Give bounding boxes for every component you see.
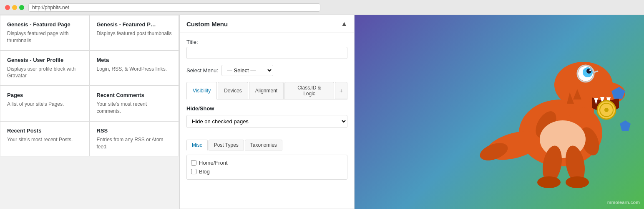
widget-title: Meta — [97, 57, 172, 63]
content-tabs: Misc Post Types Taxonomies — [186, 140, 347, 150]
widget-item-recent-comments[interactable]: Recent Comments Your site's most recent … — [90, 86, 179, 121]
widget-grid: Genesis - Featured Page Displays feature… — [0, 15, 179, 156]
browser-chrome: http://phpbits.net — [0, 0, 644, 15]
settings-body: Title: Select Menu: — Select — Visibilit… — [180, 33, 354, 186]
checkbox-item-home-front: Home/Front — [191, 158, 343, 167]
widget-item-recent-posts[interactable]: Recent Posts Your site's most recent Pos… — [0, 121, 90, 157]
widget-item-genesis-featured-page[interactable]: Genesis - Featured Page Displays feature… — [0, 15, 90, 51]
tab-plus[interactable]: + — [335, 82, 347, 99]
widget-desc: Your site's most recent comments. — [97, 101, 172, 115]
dot-close[interactable] — [5, 5, 10, 10]
hide-show-dropdown[interactable]: Hide on checked pages — [186, 115, 347, 128]
title-label: Title: — [186, 39, 347, 45]
checkbox-list: Home/Front Blog — [186, 155, 347, 180]
widget-desc: Login, RSS, & WordPress links. — [97, 66, 172, 73]
tab-alignment[interactable]: Alignment — [249, 82, 284, 99]
widget-item-meta[interactable]: Meta Login, RSS, & WordPress links. — [90, 51, 179, 86]
widget-title: Genesis - Featured P… — [97, 21, 172, 28]
content-tab-misc[interactable]: Misc — [186, 140, 208, 150]
select-menu-dropdown[interactable]: — Select — — [221, 65, 273, 76]
svg-point-9 — [589, 69, 591, 71]
widget-desc: Displays user profile block with Gravata… — [7, 66, 83, 80]
svg-point-8 — [586, 69, 591, 74]
tab-devices[interactable]: Devices — [218, 82, 248, 99]
hide-show-group: Hide/Show Hide on checked pages — [186, 105, 347, 134]
widget-title: Pages — [7, 92, 83, 98]
settings-header: Custom Menu ▲ — [180, 15, 354, 33]
title-input[interactable] — [186, 47, 347, 59]
widget-item-pages[interactable]: Pages A list of your site's Pages. — [0, 86, 90, 121]
main-container: Genesis - Featured Page Displays feature… — [0, 15, 644, 209]
widget-panel: Genesis - Featured Page Displays feature… — [0, 15, 179, 209]
widget-title: Recent Posts — [7, 127, 83, 134]
dot-maximize[interactable] — [19, 5, 24, 10]
browser-dots — [5, 5, 24, 10]
widget-desc: Displays featured post thumbnails — [97, 30, 172, 37]
svg-point-20 — [537, 176, 561, 188]
svg-marker-25 — [620, 120, 631, 131]
checkbox-label-blog: Blog — [199, 168, 210, 175]
widget-desc: A list of your site's Pages. — [7, 101, 83, 108]
browser-url-bar[interactable]: http://phpbits.net — [28, 3, 320, 12]
select-menu-label: Select Menu: — [186, 67, 218, 74]
content-tab-post-types[interactable]: Post Types — [209, 140, 244, 150]
dino-illustration — [355, 15, 644, 209]
widget-item-genesis-user-profile[interactable]: Genesis - User Profile Displays user pro… — [0, 51, 90, 86]
svg-point-14 — [604, 108, 609, 112]
tab-class-id-logic[interactable]: Class,ID & Logic — [284, 82, 334, 99]
title-field-group: Title: — [186, 39, 347, 59]
settings-panel: Custom Menu ▲ Title: Select Menu: — Sele… — [179, 15, 355, 209]
widget-title: Recent Comments — [97, 92, 172, 98]
watermark: mmolearn.com — [607, 200, 640, 205]
dot-minimize[interactable] — [12, 5, 17, 10]
widget-desc: Entries from any RSS or Atom feed. — [97, 136, 172, 150]
visibility-tabs: Visibility Devices Alignment Class,ID & … — [186, 82, 347, 99]
select-menu-row: Select Menu: — Select — — [186, 65, 347, 76]
collapse-button[interactable]: ▲ — [341, 20, 347, 28]
widget-title: Genesis - User Profile — [7, 57, 83, 63]
content-tab-taxonomies[interactable]: Taxonomies — [245, 140, 282, 150]
checkbox-home-front[interactable] — [191, 160, 196, 166]
widget-item-rss[interactable]: RSS Entries from any RSS or Atom feed. — [90, 121, 179, 157]
settings-panel-title: Custom Menu — [186, 20, 228, 28]
checkbox-label-home-front: Home/Front — [199, 160, 228, 166]
dino-background: mmolearn.com — [355, 15, 644, 209]
tab-visibility[interactable]: Visibility — [186, 82, 217, 99]
widget-desc: Your site's most recent Posts. — [7, 136, 83, 143]
widget-title: RSS — [97, 127, 172, 134]
checkbox-item-blog: Blog — [191, 167, 343, 176]
hide-show-label: Hide/Show — [186, 105, 347, 112]
checkbox-blog[interactable] — [191, 169, 196, 174]
svg-point-21 — [566, 176, 589, 188]
widget-desc: Displays featured page with thumbnails — [7, 30, 83, 44]
widget-item-genesis-featured-post[interactable]: Genesis - Featured P… Displays featured … — [90, 15, 179, 51]
widget-title: Genesis - Featured Page — [7, 21, 83, 28]
